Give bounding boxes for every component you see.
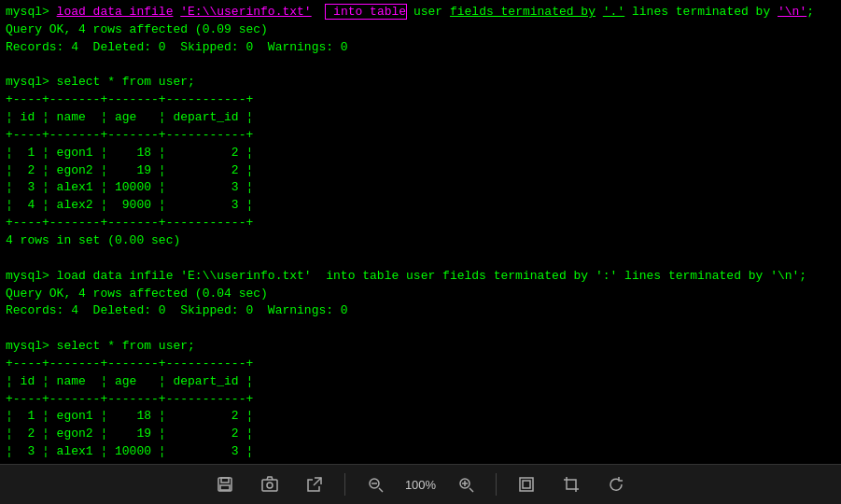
svg-rect-3: [262, 480, 277, 491]
terminal-line: Query OK, 4 rows affected (0.09 sec): [6, 21, 835, 39]
terminal-line: ¦ id ¦ name ¦ age ¦ depart_id ¦: [6, 109, 835, 127]
toolbar-divider: [496, 473, 497, 496]
terminal-line: [6, 320, 835, 338]
terminal-line: mysql> load data infile 'E:\\userinfo.tx…: [6, 4, 835, 21]
terminal-line: +----+-------+-------+-----------+: [6, 215, 835, 232]
refresh-button[interactable]: [601, 471, 631, 497]
svg-rect-12: [520, 478, 533, 491]
terminal-line: Records: 4 Deleted: 0 Skipped: 0 Warning…: [6, 39, 835, 57]
terminal-line: +----+-------+-------+-----------+: [6, 391, 835, 409]
terminal-line: [6, 57, 835, 75]
fit-button[interactable]: [512, 471, 541, 497]
terminal-line: mysql> load data infile 'E:\\userinfo.tx…: [6, 268, 835, 286]
terminal-line: ¦ 2 ¦ egon2 ¦ 19 ¦ 2 ¦: [6, 426, 835, 443]
svg-rect-13: [523, 481, 530, 488]
save-button[interactable]: [210, 471, 240, 497]
terminal-line: ¦ 3 ¦ alex1 ¦ 10000 ¦ 3 ¦: [6, 443, 835, 461]
terminal-line: ¦ 4 ¦ alex2 ¦ 9000 ¦ 3 ¦: [6, 197, 835, 215]
terminal-line: ¦ 1 ¦ egon1 ¦ 18 ¦ 2 ¦: [6, 408, 835, 426]
terminal-line: mysql> select * from user;: [6, 338, 835, 356]
svg-rect-2: [220, 485, 230, 490]
terminal-line: [6, 250, 835, 268]
screenshot-button[interactable]: [255, 471, 285, 497]
zoom-level: 100%: [405, 478, 436, 492]
crop-button[interactable]: [556, 471, 586, 497]
terminal-line: Records: 4 Deleted: 0 Skipped: 0 Warning…: [6, 302, 835, 320]
terminal-line: +----+-------+-------+-----------+: [6, 127, 835, 145]
svg-line-11: [470, 488, 473, 492]
terminal-line: ¦ 1 ¦ egon1 ¦ 18 ¦ 2 ¦: [6, 145, 835, 162]
terminal-line: ¦ 3 ¦ alex1 ¦ 10000 ¦ 3 ¦: [6, 179, 835, 197]
terminal: mysql> load data infile 'E:\\userinfo.tx…: [0, 0, 841, 464]
terminal-line: ¦ 2 ¦ egon2 ¦ 19 ¦ 2 ¦: [6, 162, 835, 180]
toolbar-divider: [344, 473, 345, 496]
svg-point-4: [267, 483, 273, 488]
svg-line-7: [379, 488, 383, 492]
zoom-in-button[interactable]: [451, 471, 481, 497]
svg-rect-1: [221, 478, 229, 483]
terminal-line: Query OK, 4 rows affected (0.04 sec): [6, 286, 835, 303]
terminal-line: mysql> select * from user;: [6, 74, 835, 91]
terminal-line: ¦ id ¦ name ¦ age ¦ depart_id ¦: [6, 373, 835, 391]
terminal-line: 4 rows in set (0.00 sec): [6, 232, 835, 250]
toolbar: 100%: [0, 464, 841, 504]
terminal-line: +----+-------+-------+-----------+: [6, 356, 835, 373]
terminal-line: +----+-------+-------+-----------+: [6, 91, 835, 109]
zoom-out-button[interactable]: [360, 471, 390, 497]
share-button[interactable]: [300, 471, 329, 497]
